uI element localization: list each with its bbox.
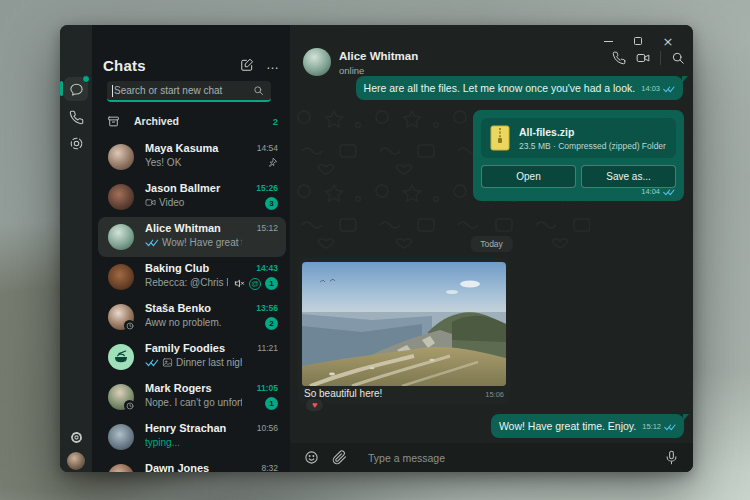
attach-icon[interactable]	[332, 450, 347, 465]
list-item-jason[interactable]: Jason Ballmer Video 15:26 3	[98, 177, 286, 217]
unread-badge: 3	[265, 197, 278, 210]
list-item-henry[interactable]: Henry Strachan typing... 10:56	[98, 417, 286, 457]
avatar	[108, 344, 134, 370]
list-item-dawn[interactable]: Dawn Jones 8:32	[98, 457, 286, 472]
list-item-mark[interactable]: Mark Rogers Nope. I can't go unfortunate…	[98, 377, 286, 417]
phone-icon	[69, 110, 84, 125]
open-button[interactable]: Open	[481, 165, 576, 188]
sidebar-item-calls[interactable]	[64, 105, 88, 129]
video-icon	[145, 197, 156, 208]
page-title: Chats	[103, 57, 146, 74]
message-composer	[290, 443, 693, 472]
archived-count: 2	[273, 116, 278, 127]
read-check-icon	[664, 423, 676, 431]
landscape-photo	[302, 262, 506, 386]
file-meta: 23.5 MB · Compressed (zipped) Folder	[519, 141, 666, 151]
noodle-bowl-icon	[113, 349, 129, 365]
clock-icon	[126, 322, 134, 330]
contact-avatar[interactable]	[303, 48, 331, 76]
mention-icon: @	[249, 278, 261, 290]
list-item-family-foodies[interactable]: Family Foodies Dinner last night! 11:21	[98, 337, 286, 377]
read-check-icon	[145, 238, 159, 247]
archived-row[interactable]: Archived 2	[107, 109, 278, 133]
mute-icon	[234, 278, 245, 289]
archived-label: Archived	[134, 115, 179, 127]
file-message: All-files.zip 23.5 MB · Compressed (zipp…	[473, 110, 684, 201]
list-item-baking-club[interactable]: Baking Club Rebecca: @Chris R? 14:43 @ 1	[98, 257, 286, 297]
sidebar-item-status[interactable]	[64, 131, 88, 155]
list-item-maya[interactable]: Maya Kasuma Yes! OK 14:54	[98, 137, 286, 177]
profile-avatar[interactable]	[67, 452, 85, 470]
search-chat-icon[interactable]	[671, 51, 685, 65]
archive-icon	[107, 115, 120, 128]
mic-icon[interactable]	[664, 450, 679, 465]
gear-icon	[69, 430, 84, 445]
list-item-stasa[interactable]: Staša Benko Aww no problem. 13:56 2	[98, 297, 286, 337]
conversation-header: Alice Whitman online	[290, 48, 693, 103]
unread-dot	[82, 75, 90, 83]
save-as-button[interactable]: Save as...	[581, 165, 676, 188]
unread-badge: 1	[265, 277, 278, 290]
contact-status: online	[339, 65, 364, 76]
more-options-icon[interactable]: …	[266, 62, 280, 68]
list-item-alice[interactable]: Alice Whitman Wow! Have great time. Enjo…	[98, 217, 286, 257]
read-check-icon	[663, 188, 675, 196]
navigation-rail	[60, 25, 92, 472]
settings-button[interactable]	[64, 425, 88, 449]
window-controls: ×	[593, 30, 683, 52]
avatar	[108, 224, 134, 250]
avatar	[108, 144, 134, 170]
message-input[interactable]	[368, 452, 651, 464]
unread-badge: 2	[265, 317, 278, 330]
read-check-icon	[145, 358, 159, 367]
search-bar[interactable]	[107, 81, 271, 102]
video-call-icon[interactable]	[636, 51, 650, 65]
file-name: All-files.zip	[519, 126, 666, 138]
date-divider: Today	[470, 236, 513, 252]
file-attachment[interactable]: All-files.zip 23.5 MB · Compressed (zipp…	[481, 118, 676, 158]
emoji-icon[interactable]	[304, 450, 319, 465]
chat-list-panel: Chats … Archived 2 Maya Kasuma Yes! OK 1…	[92, 25, 290, 472]
search-icon	[253, 85, 264, 96]
status-icon	[69, 136, 84, 151]
zip-file-icon	[490, 125, 510, 151]
photo-icon	[162, 357, 173, 368]
minimize-button[interactable]	[593, 30, 623, 52]
typing-indicator: typing...	[145, 437, 180, 448]
search-input[interactable]	[107, 85, 253, 96]
avatar	[108, 424, 134, 450]
pin-icon	[267, 157, 278, 168]
divider	[660, 51, 661, 65]
unread-badge: 1	[265, 397, 278, 410]
photo-message[interactable]: So beautiful here! 15:06	[298, 258, 510, 404]
whatsapp-window: Chats … Archived 2 Maya Kasuma Yes! OK 1…	[60, 25, 693, 472]
voice-call-icon[interactable]	[612, 51, 626, 65]
clock-icon	[126, 402, 134, 410]
avatar	[108, 184, 134, 210]
close-button[interactable]: ×	[653, 30, 683, 52]
avatar	[108, 464, 134, 472]
avatar	[108, 264, 134, 290]
outgoing-message[interactable]: Wow! Have great time. Enjoy. 15:12	[491, 414, 684, 438]
new-chat-icon[interactable]	[240, 58, 254, 72]
heart-reaction[interactable]: ♥	[304, 397, 325, 413]
maximize-button[interactable]	[623, 30, 653, 52]
conversation-panel: × Alice Whitman online Here are all the …	[290, 25, 693, 472]
contact-name[interactable]: Alice Whitman	[339, 50, 418, 62]
sidebar-item-chats[interactable]	[64, 77, 88, 101]
text-caret	[112, 85, 113, 97]
